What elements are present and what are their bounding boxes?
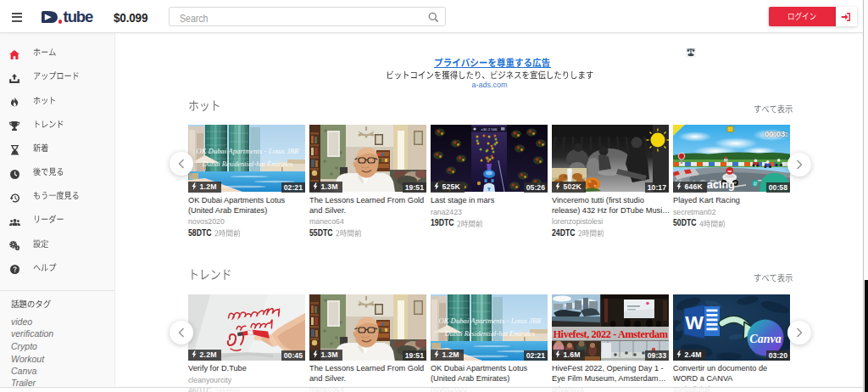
svg-text:Hivefest, 2022 - Amsterdam: Hivefest, 2022 - Amsterdam xyxy=(553,328,668,340)
svg-text:@: @ xyxy=(754,182,758,186)
svg-text:W: W xyxy=(685,311,704,333)
svg-text:OK Dubai Apartments - Lotus JB: OK Dubai Apartments - Lotus JBR xyxy=(438,316,542,325)
svg-text:Dubai Residential-hat Emirates: Dubai Residential-hat Emirates xyxy=(444,330,536,338)
svg-text:acing: acing xyxy=(707,179,735,191)
svg-text:OK Dubai Apartments - Lotus JB: OK Dubai Apartments - Lotus JBR xyxy=(196,147,299,155)
svg-text:x30 2 566: x30 2 566 xyxy=(481,127,498,132)
svg-text:Canva: Canva xyxy=(749,333,781,345)
svg-text:00:03:: 00:03: xyxy=(765,129,787,138)
svg-text:Dubai Residential-hat Emirates: Dubai Residential-hat Emirates xyxy=(202,160,293,168)
